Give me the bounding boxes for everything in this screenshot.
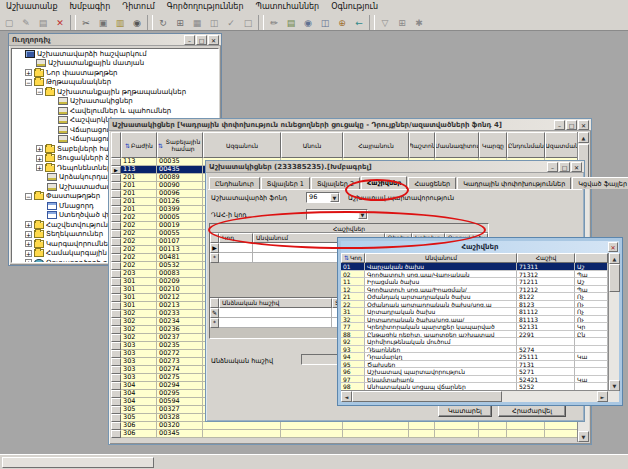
tree-item[interactable]: Աշխատակիցներ <box>12 97 218 107</box>
back-icon[interactable]: ← <box>351 15 367 30</box>
collapse-minus-icon[interactable]: − <box>25 193 32 200</box>
filter-icon[interactable]: ▽ <box>377 15 393 30</box>
grid-cell[interactable] <box>219 253 253 263</box>
minimize-button[interactable]: – <box>547 162 558 172</box>
view-icon[interactable]: ▤ <box>35 15 51 30</box>
salary-fund-combobox[interactable]: 96 ▼ <box>306 192 340 203</box>
scroll-right-icon[interactable]: ► <box>597 391 608 402</box>
edit-icon[interactable]: ✎ <box>18 15 34 30</box>
table-row[interactable]: 30600345 <box>111 430 577 438</box>
column-header-Մասնագիտու[interactable]: Մասնագիտու <box>435 132 479 158</box>
menu-item-Օգնություն[interactable]: Օգնություն <box>325 1 384 13</box>
scroll-thumb[interactable] <box>609 264 620 292</box>
cancel-button[interactable]: Հրաժարվել <box>498 405 566 417</box>
popup-column-extra[interactable] <box>575 253 608 263</box>
popup-column-Կոդ[interactable]: ⇅Կոդ <box>341 253 365 263</box>
popup-row[interactable]: 21Օժանդակ արտադրական ծախս8122Ոչ <box>341 293 619 301</box>
tab-Կադրային փոփոխություններ[interactable]: Կադրային փոփոխություններ <box>457 177 571 189</box>
refresh-icon[interactable]: ↻ <box>155 15 171 30</box>
minimize-button[interactable]: – <box>184 35 195 45</box>
copy-icon[interactable]: ▣ <box>95 15 111 30</box>
grid-icon[interactable]: ⊞ <box>394 15 410 30</box>
close-button[interactable]: ✕ <box>571 162 582 172</box>
column-header-Անուն[interactable]: Անուն <box>281 132 343 158</box>
expand-plus-icon[interactable]: + <box>25 259 32 263</box>
popup-row[interactable]: 92Արհմիութենական մուծում <box>341 338 619 346</box>
tab-Ընդհանուր[interactable]: Ընդհանուր <box>209 177 260 189</box>
expand-plus-icon[interactable]: + <box>36 145 43 152</box>
grid-cell[interactable] <box>219 243 253 253</box>
find-icon[interactable]: ◉ <box>129 15 145 30</box>
scroll-left-icon[interactable]: ◄ <box>341 391 352 402</box>
tree-item[interactable]: Հավելումներ և պահումներ <box>12 106 218 116</box>
menu-item-Խմբագիր[interactable]: Խմբագիր <box>64 1 117 13</box>
column-header-Հայրանուն[interactable]: Հայրանուն <box>343 132 409 158</box>
employees-titlebar[interactable]: Աշխատակիցներ [Կադրային փոփոխություն ունե… <box>109 119 591 131</box>
tree-item[interactable]: Աշխատավարձի հաշվարկում <box>12 49 218 59</box>
expand-plus-icon[interactable]: + <box>36 164 43 171</box>
popup-row[interactable]: 31Արտադրական ծախս81112Ոչ <box>341 308 619 316</box>
tab-Տվյալներ 1[interactable]: Տվյալներ 1 <box>261 177 310 189</box>
popup-row[interactable]: 01Վարչական ծախս71311Աշ <box>341 263 619 271</box>
navigator-titlebar[interactable]: Ուղղորդիչ – □ ✕ <box>9 34 221 46</box>
popup-row[interactable]: 32Արտադրական ծախս/սոց.ապ/81113Ոչ <box>341 316 619 324</box>
doc-search-icon[interactable]: ◉ <box>300 15 316 30</box>
maximize-button[interactable]: □ <box>566 120 577 130</box>
popup-row[interactable]: 22Օժանդակ արտադրական ծախս/սոց.ա8123Ոչ <box>341 301 619 309</box>
expand-plus-icon[interactable]: + <box>25 231 32 238</box>
check-icon[interactable]: ✓ <box>223 15 239 30</box>
grid-column-Անձնական հաշիվ[interactable]: Անձնական հաշիվ <box>219 298 332 308</box>
popup-row[interactable]: 88Ընթացիկ դեբիտ. պարտքեր աշխատավ2291Ըն <box>341 331 619 339</box>
delete-icon[interactable]: ✕ <box>52 15 68 30</box>
expand-plus-icon[interactable]: + <box>25 240 32 247</box>
popup-row[interactable]: 93Դեպոններ5274 <box>341 346 619 354</box>
export-icon[interactable]: ◫ <box>317 15 333 30</box>
edit-dialog-titlebar[interactable]: Աշխատակիցներ (233385235).[Խմբագրել] – □ … <box>206 161 584 173</box>
column-header-Տաբելային համար[interactable]: ⇅Տաբելային համար <box>157 132 203 158</box>
column-header-Ազատման[interactable]: Ազատման <box>545 132 577 158</box>
popup-row[interactable]: 02Գործատուի սոց.ապ/Վարչական71312Պա <box>341 271 619 279</box>
column-header-Բաժին[interactable]: ⇅Բաժին <box>121 132 157 158</box>
close-button[interactable]: ✕ <box>578 120 589 130</box>
scroll-down-icon[interactable]: ▼ <box>578 431 589 442</box>
column-header-Պաշտոն[interactable]: Պաշտոն <box>409 132 435 158</box>
popup-column-Անվանում[interactable]: Անվանում <box>365 253 517 263</box>
paste-icon[interactable]: ▥ <box>112 15 128 30</box>
expand-plus-icon[interactable]: + <box>25 69 32 76</box>
expand-plus-icon[interactable]: + <box>25 250 32 257</box>
preview-icon[interactable]: ◫ <box>206 15 222 30</box>
popup-column-Հաշիվ[interactable]: Հաշիվ <box>517 253 575 263</box>
print-icon[interactable]: ▦ <box>189 15 205 30</box>
popup-row[interactable]: 12Գործատուի սոց.ապ/Իրացման/71212Պա <box>341 286 619 294</box>
popup-row[interactable]: 95Ծախսեր7131 <box>341 361 619 369</box>
column-header-Ազգանուն[interactable]: Ազգանուն <box>203 132 281 158</box>
column-header-Ընդունման[interactable]: Ընդունման <box>507 132 545 158</box>
minimize-button[interactable]: – <box>554 120 565 130</box>
cut-icon[interactable]: ✂ <box>78 15 94 30</box>
menu-item-Դիտում[interactable]: Դիտում <box>116 1 161 13</box>
menu-item-Գործողություններ[interactable]: Գործողություններ <box>161 1 250 13</box>
page-icon[interactable]: □ <box>240 15 256 30</box>
new-icon[interactable]: ▢ <box>1 15 17 30</box>
grid-cell[interactable] <box>219 308 332 318</box>
tab-Կցված ֆայլեր[interactable]: Կցված ֆայլեր <box>572 177 628 189</box>
column-header-Կարգը[interactable]: Կարգը <box>479 132 507 158</box>
ok-button[interactable]: Կատարել <box>438 405 492 417</box>
maximize-button[interactable]: □ <box>559 162 570 172</box>
menu-item-Աշխատանք[interactable]: Աշխատանք <box>0 1 64 13</box>
menu-item-Պատուհաններ[interactable]: Պատուհաններ <box>249 1 325 13</box>
popup-row[interactable]: 97Եկամտահարկ52421Կպ <box>341 376 619 384</box>
pen-icon[interactable]: ✏ <box>266 15 282 30</box>
vertical-scrollbar[interactable]: ▲ ▼ <box>608 253 619 391</box>
horizontal-scrollbar[interactable]: ◄ ► <box>341 390 619 402</box>
table-row[interactable]: 30600320 <box>111 422 577 430</box>
tree-item[interactable]: +Նոր փաստաթղթեր <box>12 68 218 78</box>
grid-cell[interactable] <box>219 318 332 328</box>
tree-item[interactable]: −Թղթապանակներ <box>12 78 218 88</box>
wizard-icon[interactable]: ✱ <box>411 15 427 30</box>
chevron-down-icon[interactable]: ▼ <box>330 193 339 202</box>
scroll-up-icon[interactable]: ▲ <box>609 253 620 264</box>
link-icon[interactable]: ⊞ <box>172 15 188 30</box>
collapse-minus-icon[interactable]: − <box>25 79 32 86</box>
doc-icon[interactable]: ▤ <box>283 15 299 30</box>
